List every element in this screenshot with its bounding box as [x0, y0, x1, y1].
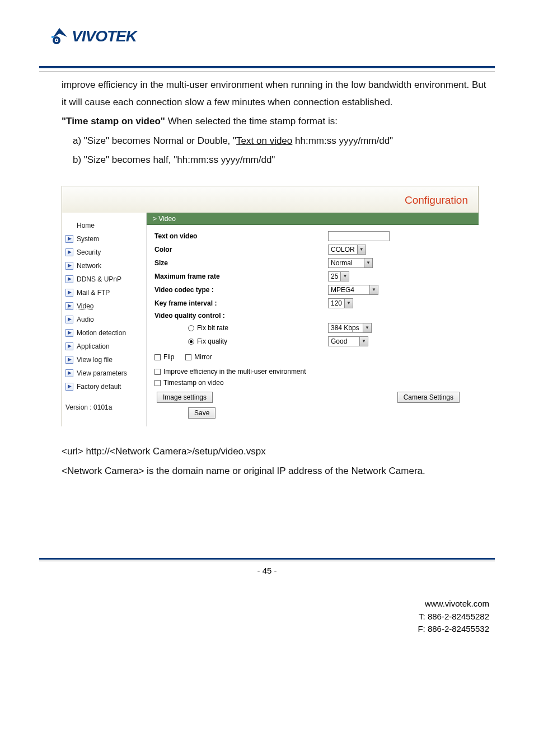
arrow-icon: ▶: [65, 289, 73, 297]
chevron-down-icon: ▼: [369, 285, 378, 294]
select-color[interactable]: COLOR▼: [328, 245, 366, 255]
radio-icon: [188, 339, 194, 345]
checkbox-icon: [154, 354, 161, 360]
checkbox-icon: [154, 380, 161, 386]
config-header: Configuration: [62, 186, 479, 213]
arrow-icon: ▶: [65, 329, 73, 337]
checkbox-icon: [185, 354, 191, 360]
select-codec[interactable]: MPEG4▼: [328, 285, 378, 295]
radio-fixbit-row[interactable]: Fix bit rate: [188, 324, 328, 332]
footer-fax: F: 886-2-82455532: [39, 623, 489, 636]
checkbox-mirror[interactable]: Mirror: [185, 353, 212, 361]
sidebar-item-system[interactable]: ▶System: [64, 232, 143, 246]
section-header: > Video: [147, 213, 479, 225]
sidebar: Home ▶System ▶Security ▶Network ▶DDNS & …: [62, 213, 146, 426]
checkbox-timestamp[interactable]: Timestamp on video: [154, 379, 224, 387]
checkbox-improve[interactable]: Improve efficiency in the multi-user env…: [154, 368, 306, 375]
chevron-down-icon: ▼: [357, 245, 366, 254]
divider-thick: [39, 66, 495, 68]
sidebar-item-factory[interactable]: ▶Factory default: [64, 380, 143, 393]
svg-point-3: [56, 40, 58, 41]
logo-mark-icon: [50, 27, 69, 46]
sidebar-item-viewparams[interactable]: ▶View parameters: [64, 367, 143, 380]
divider-thin: [39, 72, 495, 72]
sidebar-item-application[interactable]: ▶Application: [64, 340, 143, 353]
svg-marker-0: [53, 28, 67, 38]
label-keyframe: Key frame interval :: [154, 299, 328, 307]
chevron-down-icon: ▼: [363, 323, 371, 332]
chevron-down-icon: ▼: [359, 337, 368, 346]
page-number: - 45 -: [39, 561, 495, 598]
item-a-post: hh:mm:ss yyyy/mm/dd": [292, 135, 393, 146]
logo-text: VIVOTEK: [72, 27, 137, 45]
item-a-pre: a) "Size" becomes Normal or Double, ": [73, 135, 236, 146]
paragraph-timestamp: "Time stamp on video" When selected the …: [62, 113, 489, 130]
sidebar-home[interactable]: Home: [64, 217, 143, 232]
button-image-settings[interactable]: Image settings: [157, 392, 213, 403]
sidebar-item-motion[interactable]: ▶Motion detection: [64, 326, 143, 340]
main-panel: > Video Text on video Color COLOR▼ Size: [146, 213, 479, 426]
svg-rect-4: [51, 36, 54, 38]
arrow-icon: ▶: [65, 342, 73, 350]
footer-tel: T: 886-2-82455282: [39, 611, 489, 623]
paragraph-intro: improve efficiency in the multi-user env…: [62, 77, 489, 111]
select-maxfr[interactable]: 25▼: [328, 271, 349, 281]
logo: VIVOTEK: [39, 27, 495, 46]
arrow-icon: ▶: [65, 275, 73, 283]
sidebar-item-audio[interactable]: ▶Audio: [64, 313, 143, 326]
select-keyframe[interactable]: 120▼: [328, 298, 353, 308]
sidebar-item-mail[interactable]: ▶Mail & FTP: [64, 286, 143, 299]
label-quality: Video quality control :: [154, 312, 328, 320]
sidebar-item-network[interactable]: ▶Network: [64, 259, 143, 273]
button-camera-settings[interactable]: Camera Settings: [397, 392, 460, 403]
label-codec: Video codec type :: [154, 286, 328, 294]
item-a-underline: Text on video: [236, 135, 292, 146]
arrow-icon: ▶: [65, 356, 73, 364]
sidebar-item-ddns[interactable]: ▶DDNS & UPnP: [64, 273, 143, 286]
select-fixqual[interactable]: Good▼: [328, 336, 368, 346]
item-b: b) "Size" becomes half, "hh:mm:ss yyyy/m…: [62, 152, 489, 169]
chevron-down-icon: ▼: [344, 299, 353, 308]
url-line: <url> http://<Network Camera>/setup/vide…: [62, 443, 489, 461]
sidebar-item-video[interactable]: ▶Video: [64, 299, 143, 313]
arrow-icon: ▶: [65, 383, 73, 391]
footer: - 45 - www.vivotek.com T: 886-2-82455282…: [39, 558, 495, 636]
label-color: Color: [154, 246, 328, 253]
select-fixbit[interactable]: 384 Kbps▼: [328, 323, 372, 333]
version-label: Version : 0101a: [64, 393, 143, 421]
sidebar-item-viewlog[interactable]: ▶View log file: [64, 353, 143, 367]
button-save[interactable]: Save: [188, 407, 216, 419]
timestamp-rest: When selected the time stamp format is:: [165, 116, 338, 126]
timestamp-bold: "Time stamp on video": [62, 116, 165, 126]
item-a: a) "Size" becomes Normal or Double, "Tex…: [62, 133, 489, 150]
arrow-icon: ▶: [65, 235, 73, 243]
radio-icon: [188, 325, 194, 331]
desc-line: <Network Camera> is the domain name or o…: [62, 463, 489, 480]
radio-fixqual-row[interactable]: Fix quality: [188, 337, 328, 345]
label-size: Size: [154, 259, 328, 267]
select-size[interactable]: Normal▼: [328, 258, 373, 268]
config-title: Configuration: [405, 194, 468, 206]
arrow-icon: ▶: [65, 248, 73, 256]
checkbox-flip[interactable]: Flip: [154, 353, 174, 361]
footer-site: www.vivotek.com: [39, 598, 489, 611]
arrow-icon: ▶: [65, 316, 73, 323]
label-maxfr: Maximum frame rate: [154, 273, 328, 280]
label-text-on-video: Text on video: [154, 232, 328, 240]
arrow-icon: ▶: [65, 369, 73, 377]
arrow-icon: ▶: [65, 262, 73, 270]
config-panel: Configuration Home ▶System ▶Security ▶Ne…: [62, 186, 479, 426]
input-text-on-video[interactable]: [328, 231, 390, 241]
sidebar-item-security[interactable]: ▶Security: [64, 246, 143, 259]
arrow-icon: ▶: [65, 302, 73, 310]
chevron-down-icon: ▼: [364, 259, 372, 267]
checkbox-icon: [154, 369, 161, 375]
chevron-down-icon: ▼: [340, 272, 349, 281]
